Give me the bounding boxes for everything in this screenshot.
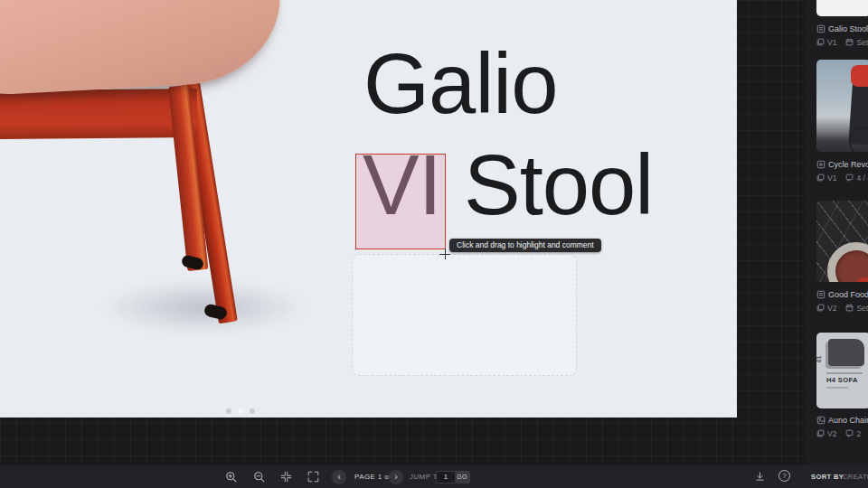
comment-count-label: 4 / 4 — [856, 174, 868, 183]
document-canvas[interactable]: Galio VI Stool Click and drag to highlig… — [0, 0, 737, 418]
expand-arrows-icon — [307, 471, 319, 483]
version-label: V2 — [827, 304, 836, 313]
sort-by-label: SORT BY — [811, 473, 844, 481]
file-name: Good Food — [828, 290, 868, 299]
page-dot[interactable] — [226, 408, 231, 414]
zoom-out-button[interactable] — [251, 465, 268, 488]
sofa-image — [828, 339, 864, 366]
file-thumbnail-good-food[interactable] — [816, 201, 868, 282]
page-dot[interactable] — [250, 408, 255, 414]
sort-by-value[interactable]: CREATED — [843, 473, 868, 481]
cursor-tooltip: Click and drag to highlight and comment — [449, 239, 601, 252]
due-date-label: Set — [856, 304, 868, 313]
version-pages-icon — [816, 174, 825, 182]
file-item-cycle-revolution[interactable]: Cycle Revol — [816, 159, 868, 170]
fullscreen-button[interactable] — [305, 465, 321, 488]
chevron-right-icon: › — [394, 471, 398, 482]
file-meta-cycle-revolution: V1 4 / 4 — [816, 173, 868, 183]
next-page-button[interactable]: › — [389, 470, 403, 484]
file-meta-auno-chair: V2 2 — [816, 428, 868, 438]
comment-highlight-box[interactable] — [355, 154, 446, 249]
zoom-in-icon — [225, 471, 238, 483]
file-thumbnail-auno-chair[interactable]: 01 H4 SOFA — [816, 333, 868, 408]
help-button[interactable]: ? — [778, 470, 790, 482]
file-thumbnail-galio-stool[interactable] — [816, 0, 868, 16]
comment-count-icon — [845, 429, 854, 437]
version-label: V1 — [827, 38, 836, 47]
files-sidebar: Galio Stool. V1 Set Cycle Revol — [805, 0, 868, 465]
version-pages-icon — [816, 304, 825, 312]
version-pages-icon — [816, 38, 825, 46]
zoom-in-button[interactable] — [223, 465, 240, 488]
chevron-left-icon: ‹ — [337, 471, 341, 482]
sofa-card-number: 01 — [816, 356, 822, 362]
version-pages-icon — [816, 429, 825, 437]
file-item-good-food[interactable]: Good Food — [816, 289, 868, 300]
file-name: Cycle Revol — [828, 160, 868, 169]
sofa-card-subcaption-line — [826, 387, 848, 389]
jump-to-page-control: 1 GO — [436, 471, 470, 483]
food-dish — [855, 277, 868, 282]
page-indicator-dots[interactable] — [226, 408, 255, 414]
stool-seat-cushion — [0, 0, 285, 98]
stool-shadow — [99, 280, 307, 334]
file-thumbnail-cycle-revolution[interactable] — [816, 60, 868, 152]
pdf-file-icon — [816, 24, 826, 33]
stool-rail — [0, 89, 197, 139]
file-item-galio-stool[interactable]: Galio Stool. — [816, 23, 868, 34]
jump-to-page-input[interactable]: 1 — [437, 472, 455, 483]
version-label: V1 — [827, 174, 836, 183]
file-name: Auno Chair — [828, 416, 868, 425]
calendar-icon — [845, 38, 854, 46]
crosshair-cursor — [439, 249, 450, 259]
fit-to-screen-button[interactable] — [278, 465, 294, 488]
comment-count-label: 2 — [856, 429, 861, 438]
pdf-file-icon — [816, 290, 826, 299]
file-meta-galio-stool: V1 Set — [816, 37, 868, 47]
due-date-label: Set — [856, 38, 868, 47]
file-name: Galio Stool. — [828, 24, 868, 33]
download-icon — [754, 471, 766, 483]
file-item-auno-chair[interactable]: Auno Chair — [816, 415, 868, 426]
video-file-icon — [816, 160, 826, 169]
version-label: V2 — [827, 429, 836, 438]
zoom-out-icon — [253, 471, 266, 483]
cyclist-red-jersey — [851, 65, 868, 87]
bottom-toolbar: ‹ PAGE 1 of 1 › JUMP TO 1 GO ? SORT BY C… — [0, 465, 868, 488]
food-bowl — [827, 242, 868, 282]
page-dot-active[interactable] — [238, 408, 243, 414]
sofa-card-caption-line — [826, 372, 863, 374]
pending-annotation-region[interactable] — [352, 254, 577, 376]
sofa-card-title: H4 SOFA — [826, 376, 858, 384]
document-title: Galio — [363, 40, 557, 129]
comment-count-icon — [845, 174, 854, 182]
go-button[interactable]: GO — [455, 472, 469, 483]
download-button[interactable] — [751, 465, 768, 488]
image-file-icon — [816, 416, 826, 425]
calendar-icon — [845, 304, 854, 312]
previous-page-button[interactable]: ‹ — [332, 470, 346, 484]
collapse-arrows-icon — [280, 471, 292, 483]
app-window: Galio VI Stool Click and drag to highlig… — [0, 0, 868, 488]
question-mark-icon: ? — [782, 472, 786, 480]
stool-product-photo — [0, 0, 307, 380]
file-meta-good-food: V2 Set — [816, 303, 868, 313]
document-subtitle-rest: Stool — [441, 137, 653, 232]
